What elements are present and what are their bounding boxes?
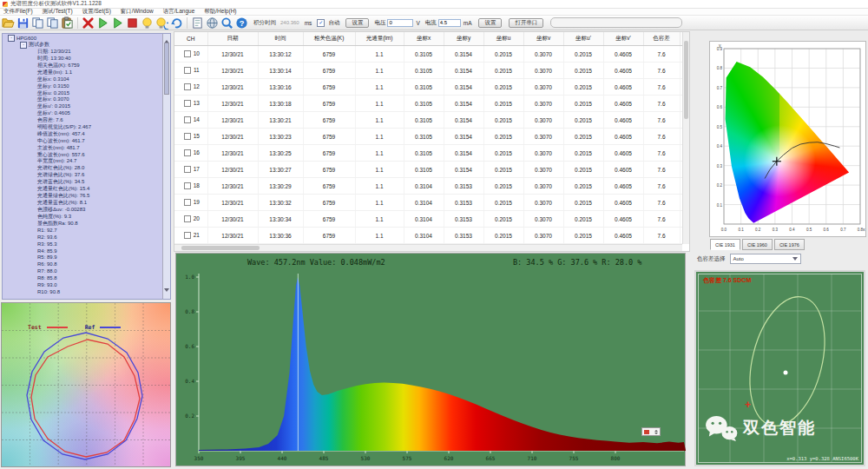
- tree-item[interactable]: 色漂移Δuv: -0.00283: [3, 206, 162, 213]
- table-hscrollbar[interactable]: [174, 244, 682, 251]
- report-icon[interactable]: [191, 17, 204, 30]
- tree-item[interactable]: 坐标y: 0.3150: [3, 83, 162, 89]
- table-row[interactable]: 1912/30/2113:30:3267591.10.31040.31530.2…: [174, 195, 690, 211]
- tree-item[interactable]: 主波长(nm): 481.7: [3, 144, 162, 151]
- zoom-icon[interactable]: [220, 17, 233, 30]
- tree-item[interactable]: 坐标v': 0.4605: [3, 110, 162, 117]
- delete-icon[interactable]: [82, 17, 95, 30]
- save-icon[interactable]: [16, 17, 30, 30]
- table-row[interactable]: 1412/30/2113:30:2167591.10.31050.31540.2…: [174, 112, 690, 129]
- column-header-10[interactable]: 坐标v': [603, 32, 643, 46]
- scroll-down-icon[interactable]: [164, 292, 169, 297]
- tree-scrollbar[interactable]: [162, 34, 170, 299]
- tree-collapse-icon[interactable]: -: [20, 42, 27, 49]
- table-row[interactable]: 1312/30/2113:30:1867591.10.31050.31540.2…: [174, 96, 690, 112]
- spectrum-spin-control[interactable]: [641, 427, 661, 436]
- tree-item[interactable]: 时间: 13:30:40: [3, 56, 162, 63]
- bulb-icon[interactable]: [141, 17, 154, 30]
- tree-collapse-icon[interactable]: -: [8, 35, 15, 42]
- copy-icon[interactable]: [31, 17, 44, 30]
- measurement-table[interactable]: CH日期时间相关色温(K)光通量(lm)坐标x坐标y坐标u坐标v坐标u'坐标v'…: [174, 32, 690, 252]
- spinner-arrows-icon[interactable]: [654, 430, 658, 434]
- tree-item[interactable]: 光通量红色比(%): 15.4: [3, 186, 162, 193]
- row-checkbox[interactable]: [184, 149, 191, 156]
- tree-item[interactable]: R7: 88.0: [3, 268, 162, 274]
- table-row[interactable]: 1112/30/2113:30:1467591.10.31050.31540.2…: [174, 63, 690, 79]
- tree-item[interactable]: R3: 95.3: [3, 241, 162, 248]
- row-checkbox[interactable]: [184, 215, 191, 222]
- column-header-5[interactable]: 坐标x: [404, 32, 444, 46]
- tree-item[interactable]: R2: 93.6: [3, 234, 162, 241]
- table-row[interactable]: 2012/30/2113:30:3467591.10.31040.31530.2…: [174, 211, 690, 228]
- table-vscrollbar[interactable]: [682, 32, 689, 244]
- table-row[interactable]: 1612/30/2113:30:2567591.10.31050.31540.2…: [174, 145, 690, 162]
- tree-item[interactable]: 中心波长(nm): 461.7: [3, 137, 162, 144]
- column-header-4[interactable]: 光通量(lm): [355, 32, 404, 46]
- open-serial-button[interactable]: 打开串口: [509, 18, 543, 28]
- column-header-3[interactable]: 相关色温(K): [303, 32, 355, 46]
- tree-root[interactable]: -HPG600: [3, 35, 162, 42]
- menu-item-1[interactable]: 测试/Test(T): [43, 8, 73, 16]
- menu-item-4[interactable]: 语言/Langue: [163, 8, 195, 16]
- tree-item[interactable]: R10: 90.8: [3, 288, 162, 295]
- tree-group[interactable]: -测试参数: [3, 42, 162, 49]
- table-row[interactable]: 2112/30/2113:30:3667591.10.31040.31530.2…: [174, 228, 690, 244]
- current-input[interactable]: [438, 19, 461, 27]
- column-header-6[interactable]: 坐标y: [444, 32, 483, 46]
- tree-item[interactable]: 光谱蓝色比(%): 34.5: [3, 179, 162, 186]
- tree-item[interactable]: 光通量蓝色比(%): 8.1: [3, 199, 162, 206]
- menu-item-2[interactable]: 设置/Set(S): [82, 8, 111, 16]
- tree-item[interactable]: R4: 85.9: [3, 248, 162, 254]
- cie-tab-0[interactable]: CIE 1931: [710, 239, 740, 250]
- row-checkbox[interactable]: [184, 83, 191, 90]
- globe-icon[interactable]: [206, 17, 219, 30]
- column-header-2[interactable]: 时间: [258, 32, 303, 46]
- play-icon[interactable]: [96, 17, 109, 30]
- set-power-button[interactable]: 设置: [478, 18, 502, 28]
- table-hscroll-thumb[interactable]: [181, 246, 260, 250]
- table-row[interactable]: 1712/30/2113:30:2767591.10.31050.31540.2…: [174, 162, 690, 178]
- help-icon[interactable]: ?: [235, 17, 248, 30]
- column-header-8[interactable]: 坐标v: [523, 32, 563, 46]
- tree-item[interactable]: 光谱红色比(%): 28.0: [3, 165, 162, 172]
- tree-item[interactable]: 坐标u': 0.2015: [3, 103, 162, 110]
- tree-item[interactable]: R1: 92.7: [3, 227, 162, 234]
- tree-item[interactable]: 峰值波长(nm): 457.4: [3, 130, 162, 137]
- column-header-0[interactable]: CH: [174, 32, 207, 46]
- tree-item[interactable]: 光通量绿色比(%): 76.5: [3, 192, 162, 199]
- paste-icon[interactable]: [61, 17, 74, 30]
- tree-scroll-thumb[interactable]: [164, 43, 169, 95]
- table-row[interactable]: 1212/30/2113:30:1667591.10.31050.31540.2…: [174, 79, 690, 96]
- tolerance-select[interactable]: Auto: [730, 254, 801, 264]
- menu-item-0[interactable]: 文件/File(F): [3, 8, 33, 16]
- row-checkbox[interactable]: [184, 116, 191, 123]
- row-checkbox[interactable]: [184, 232, 191, 239]
- column-header-9[interactable]: 坐标u': [563, 32, 603, 46]
- copy2-icon[interactable]: [46, 17, 59, 30]
- tree-item[interactable]: 坐标v: 0.3070: [3, 96, 162, 103]
- tree-item[interactable]: R9: 93.0: [3, 281, 162, 288]
- menu-item-3[interactable]: 窗口/Window: [121, 8, 154, 16]
- tree-item[interactable]: 明暗视觉比(S/P): 2.467: [3, 124, 162, 131]
- open-icon[interactable]: [2, 17, 15, 30]
- row-checkbox[interactable]: [184, 166, 191, 173]
- set-integration-button[interactable]: 设置: [345, 18, 369, 28]
- tree-item[interactable]: 显色指数Ra: 90.8: [3, 220, 162, 227]
- cie-tab-2[interactable]: CIE 1976: [774, 239, 805, 250]
- column-header-11[interactable]: 色容差: [643, 32, 680, 46]
- table-row[interactable]: 1012/30/2113:30:1267591.10.31050.31540.2…: [174, 46, 690, 63]
- row-checkbox[interactable]: [184, 100, 191, 107]
- tree-item[interactable]: R6: 90.8: [3, 261, 162, 268]
- table-vscroll-thumb[interactable]: [684, 41, 688, 119]
- bulb2-icon[interactable]: [155, 17, 168, 30]
- scroll-up-icon[interactable]: [164, 36, 169, 41]
- refresh-icon[interactable]: [170, 17, 183, 30]
- cie-tab-1[interactable]: CIE 1960: [742, 239, 773, 250]
- tree-item[interactable]: 坐标x: 0.3104: [3, 76, 162, 83]
- tree-item[interactable]: 光通量(lm): 1.1: [3, 69, 162, 76]
- spectrum-panel[interactable]: Wave: 457.2nm Value: 0.048mW/m2 B: 34.5 …: [175, 253, 686, 466]
- row-checkbox[interactable]: [184, 67, 191, 74]
- play2-icon[interactable]: [111, 17, 124, 30]
- row-checkbox[interactable]: [184, 50, 191, 57]
- tree-item[interactable]: 半宽度(nm): 24.7: [3, 158, 162, 165]
